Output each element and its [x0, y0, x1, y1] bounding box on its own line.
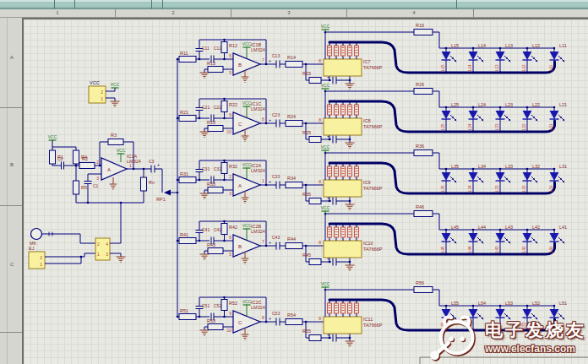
- svg-text:RP1: RP1: [156, 197, 166, 202]
- svg-text:L25: L25: [451, 102, 459, 107]
- svg-text:8: 8: [318, 58, 321, 63]
- svg-text:L12: L12: [532, 43, 540, 48]
- svg-text:C52: C52: [214, 303, 221, 308]
- svg-text:LM324: LM324: [251, 47, 265, 52]
- svg-text:L22: L22: [522, 123, 526, 130]
- svg-text:9: 9: [229, 112, 231, 117]
- svg-text:L24: L24: [468, 123, 472, 130]
- svg-text:L11: L11: [549, 64, 553, 71]
- svg-text:R31: R31: [180, 171, 188, 177]
- svg-text:C11: C11: [202, 46, 210, 51]
- svg-text:L14: L14: [478, 43, 486, 48]
- svg-text:C53: C53: [272, 311, 280, 316]
- svg-text:2: 2: [101, 90, 103, 95]
- svg-text:LM324: LM324: [251, 305, 265, 310]
- svg-text:4: 4: [106, 242, 108, 247]
- svg-text:R24: R24: [287, 114, 296, 119]
- svg-text:2: 2: [97, 242, 100, 247]
- led-symbol[interactable]: L22L22: [522, 102, 540, 130]
- svg-text:L24: L24: [478, 102, 486, 107]
- svg-text:1: 1: [101, 96, 103, 101]
- svg-text:L13: L13: [505, 43, 513, 48]
- led-symbol[interactable]: L14L14: [468, 43, 486, 71]
- schematic-editor-window: 1234 ABC VCC21VCCVCCR1R4C2R22R53C1R3AVCC…: [0, 0, 588, 364]
- svg-text:+: +: [157, 162, 160, 167]
- led-symbol[interactable]: L41L41: [549, 225, 567, 253]
- svg-text:IC11: IC11: [363, 317, 373, 322]
- svg-text:R41: R41: [180, 232, 188, 237]
- svg-text:R54: R54: [287, 312, 296, 318]
- led-symbol[interactable]: L12L12: [522, 43, 540, 71]
- svg-text:L35: L35: [451, 164, 459, 169]
- svg-text:C43: C43: [272, 235, 280, 240]
- led-symbol[interactable]: L13L13: [495, 43, 513, 71]
- channel-row-4[interactable]: R41C41C42R42R43B657VCCIC2BLM324C43+R448R…: [177, 204, 567, 270]
- led-symbol[interactable]: L44L44: [468, 225, 486, 253]
- led-symbol[interactable]: L42L42: [522, 225, 540, 253]
- led-symbol[interactable]: L45L45: [441, 225, 459, 253]
- svg-text:IC9: IC9: [363, 180, 371, 185]
- svg-text:C31: C31: [202, 166, 210, 171]
- microphone-symbol: [31, 229, 42, 240]
- elecfans-watermark: 电子发烧友 www.elecfans.com: [429, 310, 586, 362]
- led-symbol[interactable]: L15L15: [441, 43, 459, 71]
- input-stage[interactable]: VCCR1R4C2R22R53C1R3AVCCIC1ALM3241C3+RnRP…: [29, 133, 178, 269]
- svg-text:8: 8: [318, 117, 321, 122]
- svg-text:LM324: LM324: [251, 106, 265, 111]
- svg-text:R56: R56: [416, 280, 424, 285]
- led-symbol[interactable]: L31L31: [549, 164, 567, 192]
- svg-text:IC10: IC10: [363, 241, 373, 246]
- svg-text:C: C: [238, 122, 242, 127]
- power-header-block[interactable]: VCC21VCC: [89, 80, 120, 106]
- led-symbol[interactable]: L24L24: [468, 102, 486, 130]
- svg-text:L42: L42: [522, 246, 526, 253]
- svg-text:L32: L32: [522, 185, 526, 192]
- channel-row-3[interactable]: R31C31C32R32R33A231VCCIC2ALM324C33+R348R…: [177, 144, 567, 209]
- svg-text:R43: R43: [207, 242, 215, 247]
- svg-text:2: 2: [40, 255, 42, 260]
- svg-text:LM324: LM324: [251, 168, 265, 173]
- svg-text:L45: L45: [441, 246, 445, 253]
- led-symbol[interactable]: L21L21: [549, 102, 567, 130]
- svg-text:L34: L34: [468, 185, 472, 192]
- led-symbol[interactable]: L35L35: [441, 164, 459, 192]
- svg-text:+: +: [269, 117, 271, 122]
- svg-text:C23: C23: [272, 112, 280, 117]
- led-symbol[interactable]: L34L34: [468, 164, 486, 192]
- led-symbol[interactable]: L32L32: [522, 164, 540, 192]
- svg-text:8: 8: [262, 117, 264, 122]
- led-symbol[interactable]: L33L33: [495, 164, 513, 192]
- svg-text:R42: R42: [229, 225, 237, 230]
- channel-row-2[interactable]: R21C21C22R22R23C9108VCCIC1CLM324C23+R248…: [177, 82, 567, 148]
- led-symbol[interactable]: L11L11: [549, 43, 567, 71]
- svg-text:6: 6: [229, 235, 231, 240]
- svg-text:R13: R13: [207, 61, 215, 66]
- svg-text:8: 8: [318, 240, 321, 245]
- svg-text:VCC: VCC: [90, 80, 100, 85]
- led-symbol[interactable]: L25L25: [441, 102, 459, 130]
- svg-text:R2: R2: [82, 156, 88, 161]
- svg-text:3: 3: [96, 176, 99, 181]
- svg-text:L52: L52: [532, 301, 540, 306]
- svg-text:TA7666P: TA7666P: [363, 124, 383, 129]
- svg-text:C: C: [238, 320, 242, 325]
- svg-text:8: 8: [262, 315, 264, 320]
- svg-text:C2: C2: [57, 156, 63, 161]
- svg-text:L15: L15: [451, 43, 459, 48]
- svg-text:VCC: VCC: [321, 205, 330, 210]
- svg-text:R3: R3: [111, 133, 117, 138]
- svg-text:TA7666P: TA7666P: [363, 323, 383, 328]
- svg-text:C21: C21: [202, 105, 210, 110]
- led-symbol[interactable]: L23L23: [495, 102, 513, 130]
- svg-text:+: +: [269, 240, 271, 245]
- svg-text:L51: L51: [559, 301, 567, 306]
- svg-text:10: 10: [226, 328, 231, 333]
- svg-text:1: 1: [129, 163, 132, 168]
- led-symbol[interactable]: L43L43: [495, 225, 513, 253]
- channel-row-1[interactable]: R11C11C12R12R13B657VCCIC1BLM324C13+R148R…: [177, 23, 567, 89]
- svg-text:L55: L55: [451, 301, 459, 306]
- svg-text:10: 10: [226, 129, 231, 134]
- svg-text:VCC: VCC: [321, 281, 330, 286]
- svg-text:L34: L34: [478, 164, 486, 169]
- svg-text:L53: L53: [505, 301, 513, 306]
